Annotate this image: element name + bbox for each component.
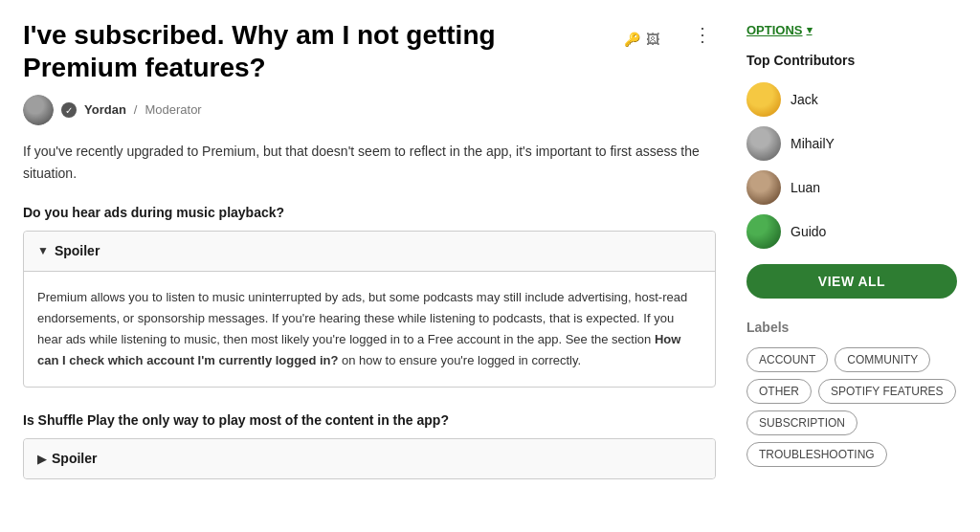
contributor-name-mihail: MihailY xyxy=(791,134,835,154)
contributor-avatar-guido xyxy=(746,214,781,249)
main-content: I've subscribed. Why am I not getting Pr… xyxy=(23,19,716,513)
contributor-name-guido: Guido xyxy=(791,222,826,242)
spoiler-arrow-2: ▶ xyxy=(37,451,46,468)
contributor-item-mihail: MihailY xyxy=(746,126,957,161)
spoiler-suffix-1: on how to ensure you're logged in correc… xyxy=(338,353,581,367)
question-1: Do you hear ads during music playback? xyxy=(23,203,716,223)
question-2: Is Shuffle Play the only way to play mos… xyxy=(23,410,716,431)
intro-text: If you've recently upgraded to Premium, … xyxy=(23,141,716,184)
contributor-item-jack: Jack xyxy=(746,82,957,117)
label-account[interactable]: ACCOUNT xyxy=(746,347,828,372)
label-spotify-features[interactable]: SPOTIFY FEATURES xyxy=(818,379,956,404)
avatar xyxy=(23,95,54,125)
spoiler-box-2: ▶ Spoiler xyxy=(23,438,716,479)
contributor-name-jack: Jack xyxy=(791,90,818,110)
options-button[interactable]: OPTIONS ▾ xyxy=(746,23,813,37)
spoiler-arrow-1: ▼ xyxy=(37,242,49,259)
author-name: Yordan xyxy=(84,100,126,120)
article-title: I've subscribed. Why am I not getting Pr… xyxy=(23,19,616,83)
contributor-avatar-luan xyxy=(746,170,781,205)
contributor-item-luan: Luan xyxy=(746,170,957,205)
spoiler-label-1: Spoiler xyxy=(55,241,100,261)
label-troubleshooting[interactable]: TROUBLESHOOTING xyxy=(746,442,887,467)
view-all-button[interactable]: VIEW ALL xyxy=(746,264,957,299)
moderator-icon: ✓ xyxy=(61,102,77,118)
labels-title: Labels xyxy=(746,318,957,338)
labels-list: ACCOUNT COMMUNITY OTHER SPOTIFY FEATURES… xyxy=(746,347,957,467)
spoiler-content-1: Premium allows you to listen to music un… xyxy=(24,271,715,387)
more-options-button[interactable]: ⋮ xyxy=(689,23,716,46)
options-arrow-icon: ▾ xyxy=(807,24,813,36)
contributor-list: Jack MihailY Luan Guido xyxy=(746,82,957,249)
label-community[interactable]: COMMUNITY xyxy=(835,347,930,372)
spoiler-text-1: Premium allows you to listen to music un… xyxy=(37,290,687,346)
author-role: Moderator xyxy=(145,100,201,120)
options-label: OPTIONS xyxy=(746,23,803,37)
author-separator: / xyxy=(134,100,138,120)
label-other[interactable]: OTHER xyxy=(746,379,812,404)
key-icon[interactable]: 🔑 xyxy=(624,30,640,50)
spoiler-box-1: ▼ Spoiler Premium allows you to listen t… xyxy=(23,231,716,388)
contributor-name-luan: Luan xyxy=(791,178,820,198)
spoiler-label-2: Spoiler xyxy=(52,449,97,469)
sidebar: OPTIONS ▾ Top Contributors Jack MihailY … xyxy=(746,19,957,513)
contributor-avatar-jack xyxy=(746,82,781,117)
spoiler-toggle-2[interactable]: ▶ Spoiler xyxy=(24,439,715,478)
contributor-avatar-mihail xyxy=(746,126,781,161)
label-subscription[interactable]: SUBSCRIPTION xyxy=(746,410,858,435)
author-row: ✓ Yordan / Moderator xyxy=(23,95,716,125)
image-icon[interactable]: 🖼 xyxy=(646,30,659,50)
top-contributors-title: Top Contributors xyxy=(746,51,957,71)
spoiler-toggle-1[interactable]: ▼ Spoiler xyxy=(24,232,715,271)
contributor-item-guido: Guido xyxy=(746,214,957,249)
